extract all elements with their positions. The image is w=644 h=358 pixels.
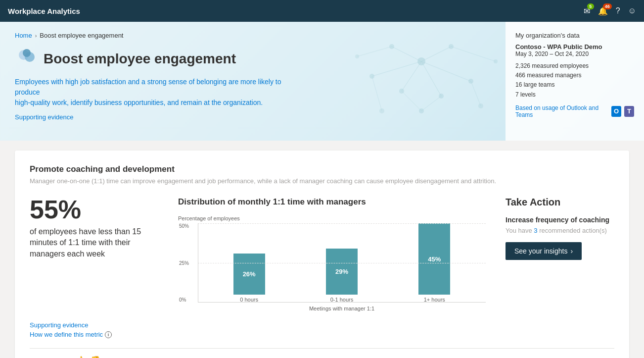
page-title: Boost employee engagement — [44, 51, 236, 67]
action-count: 3 — [534, 227, 537, 234]
notifications-badge: 46 — [603, 3, 612, 9]
org-panel-title: My organization's data — [515, 32, 634, 39]
org-stat-managers: 466 measured managers — [515, 71, 634, 80]
see-insights-button[interactable]: See your insights › — [506, 242, 582, 260]
x-axis-label: Meetings with manager 1:1 — [198, 306, 486, 311]
supporting-evidence-link[interactable]: Supporting evidence — [30, 321, 614, 329]
messages-icon-wrap[interactable]: ✉ 5 — [584, 6, 590, 16]
action-section: Take Action Increase frequency of coachi… — [506, 197, 614, 260]
org-stat-levels: 7 levels — [515, 90, 634, 100]
org-data-panel: My organization's data Contoso - WPA Pub… — [506, 22, 644, 141]
bar-1plus-label: 45% — [428, 256, 441, 263]
y-label-25: 25% — [179, 260, 189, 266]
account-icon-wrap[interactable]: ☺ — [628, 6, 636, 15]
y-axis-line — [198, 223, 198, 303]
hero-title-row: Boost employee engagement — [15, 47, 491, 71]
stat-description: of employees have less than 15 minutes o… — [30, 226, 158, 259]
chart-title: Distribution of monthly 1:1 time with ma… — [178, 197, 486, 207]
gridline-50 — [198, 223, 486, 224]
bar-0hours-label: 26% — [243, 270, 256, 278]
outlook-icon: O — [611, 106, 621, 117]
org-stat-employees: 2,326 measured employees — [515, 61, 634, 71]
breadcrumb-separator: › — [35, 33, 37, 39]
big-stat: 55% — [30, 197, 158, 222]
bar-chart-container: 50% 25% 0% — [198, 223, 486, 303]
engagement-icon — [15, 47, 39, 71]
gridline-25 — [198, 263, 486, 263]
card-footer: Supporting evidence How we define this m… — [30, 321, 614, 338]
svg-point-26 — [23, 49, 31, 57]
coaching-card: Promote coaching and development Manager… — [15, 151, 629, 358]
top-navigation: Workplace Analytics ✉ 5 🔔 46 ? ☺ — [0, 0, 644, 22]
chart-wrap: 50% 25% 0% — [178, 223, 486, 311]
info-icon: i — [105, 331, 112, 338]
notifications-icon-wrap[interactable]: 🔔 46 — [598, 6, 608, 16]
help-icon: ? — [616, 6, 620, 15]
bar-01hours: 29% — [326, 249, 358, 295]
card-inner: 55% of employees have less than 15 minut… — [30, 197, 614, 311]
org-usage: Based on usage of Outlook and Teams O T — [515, 104, 634, 118]
bar-0hours: 26% — [233, 254, 265, 295]
bar-01hours-label: 29% — [335, 268, 348, 275]
action-title: Take Action — [506, 197, 614, 208]
y-label-0: 0% — [179, 297, 186, 303]
org-usage-text: Based on usage of Outlook and Teams — [515, 104, 608, 118]
insights-btn-arrow: › — [570, 247, 573, 255]
define-metric-link[interactable]: How we define this metric i — [30, 331, 614, 338]
teams-icon: T — [624, 106, 634, 117]
y-label-50: 50% — [179, 223, 189, 229]
bar-1plus: 45% — [418, 223, 450, 295]
hero-supporting-link[interactable]: Supporting evidence — [15, 113, 74, 121]
card-title: Promote coaching and development — [30, 164, 614, 174]
helpful-bar: Is this helpful? 👍 👎 — [30, 348, 614, 358]
org-date: May 3, 2020 – Oct 24, 2020 — [515, 51, 634, 57]
hero-description: Employees with high job satisfaction and… — [15, 77, 292, 108]
breadcrumb-current: Boost employee engagement — [40, 32, 123, 39]
chart-section: Distribution of monthly 1:1 time with ma… — [178, 197, 486, 311]
action-subtitle: Increase frequency of coaching — [506, 216, 614, 224]
thumbs-up-button[interactable]: 👍 — [76, 356, 86, 358]
action-desc: You have 3 recommended action(s) — [506, 227, 614, 234]
breadcrumb-home[interactable]: Home — [15, 32, 32, 39]
app-title: Workplace Analytics — [8, 7, 80, 15]
subtitle-text: Manager one-on-one (1:1) time can improv… — [30, 177, 496, 185]
x-axis-line — [198, 302, 486, 303]
org-stat-teams: 16 large teams — [515, 80, 634, 90]
nav-icons: ✉ 5 🔔 46 ? ☺ — [584, 6, 636, 16]
org-name: Contoso - WPA Public Demo — [515, 43, 634, 51]
main-content: Promote coaching and development Manager… — [0, 141, 644, 358]
define-metric-text: How we define this metric — [30, 331, 103, 338]
org-stats: 2,326 measured employees 466 measured ma… — [515, 61, 634, 100]
card-subtitle: Manager one-on-one (1:1) time can improv… — [30, 177, 614, 185]
account-icon: ☺ — [628, 6, 636, 15]
hero-section: Home › Boost employee engagement Boost e… — [0, 22, 644, 141]
thumbs-down-button[interactable]: 👎 — [91, 356, 100, 358]
insights-btn-label: See your insights — [514, 247, 567, 255]
chart-y-label: Percentage of employees — [178, 215, 486, 221]
hero-content: Home › Boost employee engagement Boost e… — [0, 22, 506, 141]
messages-badge: 5 — [587, 3, 594, 9]
breadcrumb: Home › Boost employee engagement — [15, 32, 491, 39]
help-icon-wrap[interactable]: ? — [616, 6, 620, 15]
stat-section: 55% of employees have less than 15 minut… — [30, 197, 158, 269]
